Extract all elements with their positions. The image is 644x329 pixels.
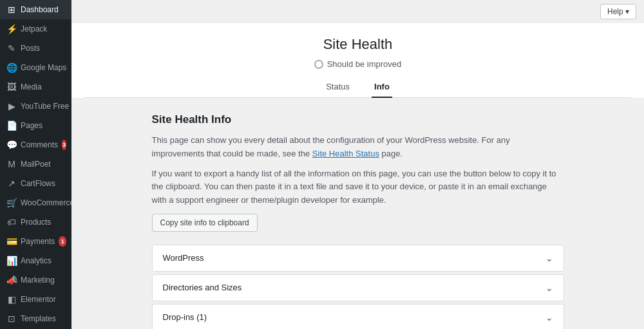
sidebar-item-marketing[interactable]: 📣 Marketing xyxy=(0,270,71,290)
sidebar-item-label: Dashboard xyxy=(21,5,59,14)
sidebar-item-label: YouTube Free xyxy=(21,102,69,111)
desc1-end: page. xyxy=(382,149,403,158)
status-circle-icon xyxy=(314,60,323,69)
sidebar-item-label: Jetpack xyxy=(21,24,47,33)
products-icon: 🏷 xyxy=(6,217,17,227)
posts-icon: ✎ xyxy=(6,43,17,53)
sidebar-item-payments[interactable]: 💳 Payments 1 xyxy=(0,232,71,251)
sidebar-item-elementor[interactable]: ◧ Elementor xyxy=(0,290,71,309)
top-bar: Help ▾ xyxy=(71,0,644,23)
sidebar-item-label: Products xyxy=(21,218,51,227)
accordion-label: Drop-ins (1) xyxy=(163,312,207,322)
sidebar-item-media[interactable]: 🖼 Media xyxy=(0,77,71,97)
accordion-directories-and-sizes: Directories and Sizes ⌄ xyxy=(152,274,564,301)
site-health-status-link[interactable]: Site Health Status xyxy=(312,149,379,158)
help-button[interactable]: Help ▾ xyxy=(600,4,636,19)
section-title: Site Health Info xyxy=(152,113,564,126)
sidebar-item-analytics[interactable]: 📊 Analytics xyxy=(0,251,71,270)
sidebar-item-dashboard[interactable]: ⊞ Dashboard xyxy=(0,0,71,19)
dashboard-icon: ⊞ xyxy=(6,5,17,15)
sidebar-item-label: Marketing xyxy=(21,276,55,285)
marketing-icon: 📣 xyxy=(6,275,17,285)
page-header: Site Health Should be improved StatusInf… xyxy=(71,23,644,98)
comments-badge: 3 xyxy=(62,140,66,150)
main-content: Help ▾ Site Health Should be improved St… xyxy=(71,0,644,329)
section-desc-2: If you want to export a handy list of al… xyxy=(152,167,564,207)
accordion-header[interactable]: Drop-ins (1) ⌄ xyxy=(153,305,564,329)
cartflows-icon: ↗ xyxy=(6,178,17,189)
sidebar-item-label: Comments xyxy=(21,140,58,149)
sidebar-item-label: Google Maps xyxy=(21,63,66,72)
mailpoet-icon: M xyxy=(6,159,17,169)
accordion-header[interactable]: Directories and Sizes ⌄ xyxy=(153,275,564,301)
sidebar: ⊞ Dashboard ⚡ Jetpack ✎ Posts 🌐 Google M… xyxy=(0,0,71,329)
sidebar-item-comments[interactable]: 💬 Comments 3 xyxy=(0,135,71,155)
sidebar-item-products[interactable]: 🏷 Products xyxy=(0,212,71,232)
sidebar-item-label: CartFlows xyxy=(21,179,55,188)
tab-info[interactable]: Info xyxy=(372,77,392,98)
sidebar-item-label: Templates xyxy=(21,314,56,323)
accordion-header[interactable]: WordPress ⌄ xyxy=(153,245,564,271)
chevron-down-icon: ⌄ xyxy=(545,253,553,263)
sidebar-item-jetpack[interactable]: ⚡ Jetpack xyxy=(0,19,71,39)
templates-icon: ⊡ xyxy=(6,314,17,324)
sidebar-item-label: Elementor xyxy=(21,295,56,304)
accordions: WordPress ⌄ Directories and Sizes ⌄ Drop… xyxy=(152,245,564,329)
woocommerce-icon: 🛒 xyxy=(6,198,17,208)
sidebar-item-templates[interactable]: ⊡ Templates xyxy=(0,309,71,328)
section-desc-1: This page can show you every detail abou… xyxy=(152,134,564,161)
media-icon: 🖼 xyxy=(6,82,17,92)
sidebar-item-label: Analytics xyxy=(21,256,52,265)
comments-icon: 💬 xyxy=(6,140,17,150)
sidebar-item-posts[interactable]: ✎ Posts xyxy=(0,39,71,58)
chevron-down-icon: ⌄ xyxy=(545,283,553,293)
status-label: Should be improved xyxy=(327,59,402,69)
content-body: Site Health Info This page can show you … xyxy=(133,98,583,329)
accordion-wordpress: WordPress ⌄ xyxy=(152,245,564,272)
sidebar-item-label: Posts xyxy=(21,44,40,53)
payments-badge: 1 xyxy=(59,236,66,247)
tabs: StatusInfo xyxy=(84,77,631,98)
pages-icon: 📄 xyxy=(6,120,17,131)
sidebar-item-label: Pages xyxy=(21,121,43,130)
sidebar-item-label: WooCommerce xyxy=(21,198,71,207)
copy-button[interactable]: Copy site info to clipboard xyxy=(152,214,258,232)
content-area: Site Health Should be improved StatusInf… xyxy=(71,23,644,329)
sidebar-item-youtube-free[interactable]: ▶ YouTube Free xyxy=(0,97,71,116)
sidebar-item-mailpoet[interactable]: M MailPoet xyxy=(0,155,71,174)
sidebar-item-cartflows[interactable]: ↗ CartFlows xyxy=(0,174,71,193)
jetpack-icon: ⚡ xyxy=(6,24,17,34)
sidebar-item-label: Media xyxy=(21,82,42,91)
sidebar-item-pages[interactable]: 📄 Pages xyxy=(0,116,71,135)
payments-icon: 💳 xyxy=(6,236,17,247)
accordion-drop-ins-(1): Drop-ins (1) ⌄ xyxy=(152,304,564,329)
accordion-label: Directories and Sizes xyxy=(163,283,242,292)
tab-status[interactable]: Status xyxy=(323,77,352,98)
page-title: Site Health xyxy=(84,36,631,53)
elementor-icon: ◧ xyxy=(6,294,17,305)
sidebar-item-google-maps[interactable]: 🌐 Google Maps xyxy=(0,58,71,77)
status-indicator: Should be improved xyxy=(84,59,631,69)
youtube-free-icon: ▶ xyxy=(6,101,17,111)
sidebar-item-label: Payments xyxy=(21,237,55,246)
analytics-icon: 📊 xyxy=(6,256,17,266)
google-maps-icon: 🌐 xyxy=(6,62,17,73)
sidebar-item-label: MailPoet xyxy=(21,160,51,169)
chevron-down-icon: ⌄ xyxy=(545,312,553,323)
sidebar-item-woocommerce[interactable]: 🛒 WooCommerce xyxy=(0,193,71,212)
accordion-label: WordPress xyxy=(163,253,204,263)
